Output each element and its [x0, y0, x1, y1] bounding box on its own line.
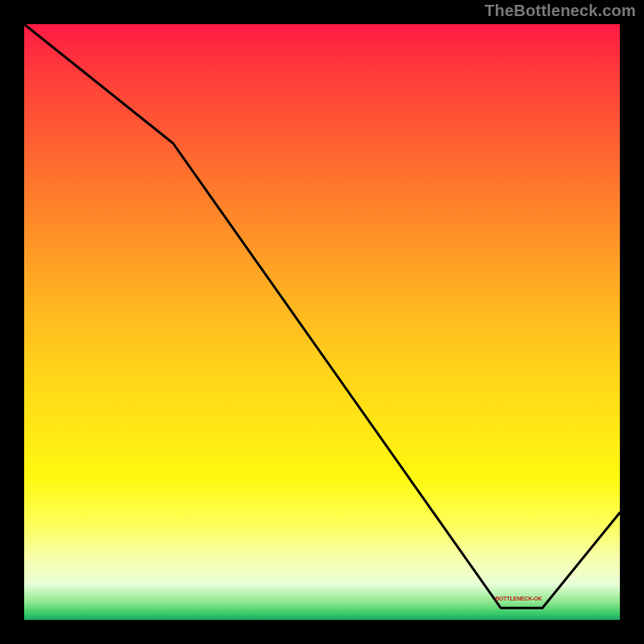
curve-svg: [24, 24, 620, 620]
watermark-text: TheBottleneck.com: [485, 2, 636, 20]
chart-frame: BOTTLENECK-OK: [24, 24, 620, 620]
plot-area: BOTTLENECK-OK: [24, 24, 620, 620]
bottleneck-curve-path: [24, 24, 620, 608]
dip-label: BOTTLENECK-OK: [495, 596, 542, 601]
